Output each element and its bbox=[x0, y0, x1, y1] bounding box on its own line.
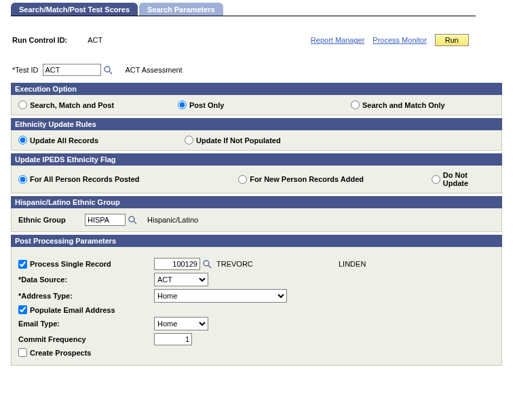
run-control-row: Run Control ID: ACT Report Manager Proce… bbox=[12, 34, 504, 46]
create-prospects-checkbox[interactable] bbox=[18, 348, 27, 357]
ipeds-new-added-radio[interactable] bbox=[238, 175, 247, 184]
exec-search-match-post-label: Search, Match and Post bbox=[30, 101, 114, 109]
lookup-icon[interactable] bbox=[202, 259, 212, 269]
ipeds-body: For All Person Records Posted For New Pe… bbox=[11, 166, 502, 193]
data-source-label: *Data Source: bbox=[18, 275, 154, 284]
ipeds-header: Update IPEDS Ethnicity Flag bbox=[11, 153, 502, 166]
process-monitor-link[interactable]: Process Monitor bbox=[373, 36, 426, 44]
person-first-name: TREVORC bbox=[216, 260, 339, 268]
person-id-input[interactable] bbox=[154, 258, 200, 270]
exec-search-match-only-label: Search and Match Only bbox=[362, 101, 445, 109]
report-manager-link[interactable]: Report Manager bbox=[311, 36, 365, 44]
exec-search-match-post-radio[interactable] bbox=[18, 100, 27, 109]
svg-point-0 bbox=[104, 66, 110, 72]
tab-search-parameters[interactable]: Search Parameters bbox=[139, 3, 223, 16]
process-single-record-label: Process Single Record bbox=[30, 260, 111, 268]
svg-line-1 bbox=[109, 71, 112, 74]
test-id-desc: ACT Assessment bbox=[126, 66, 183, 74]
populate-email-label: Populate Email Address bbox=[30, 306, 115, 314]
ipeds-all-posted-radio[interactable] bbox=[18, 175, 27, 184]
eth-update-if-not-populated-radio[interactable] bbox=[185, 136, 193, 145]
eth-update-all-label: Update All Records bbox=[30, 136, 98, 145]
eth-update-all-radio[interactable] bbox=[18, 136, 27, 145]
run-button[interactable]: Run bbox=[435, 34, 469, 46]
ipeds-new-added-label: For New Person Records Added bbox=[250, 175, 364, 183]
person-last-name: LINDEN bbox=[339, 260, 366, 268]
lookup-icon[interactable] bbox=[127, 214, 138, 225]
ipeds-all-posted-label: For All Person Records Posted bbox=[30, 175, 140, 183]
svg-line-5 bbox=[208, 265, 211, 268]
post-params-header: Post Processing Parameters bbox=[11, 235, 502, 247]
run-control-value: ACT bbox=[88, 36, 102, 44]
ethnic-group-input[interactable] bbox=[85, 214, 126, 226]
ethnic-group-label: Ethnic Group bbox=[18, 216, 85, 224]
tab-bar: Search/Match/Post Test Scores Search Par… bbox=[11, 3, 476, 16]
eth-rules-body: Update All Records Update If Not Populat… bbox=[11, 130, 502, 151]
svg-point-4 bbox=[204, 261, 209, 266]
hisp-body: Ethnic Group Hispanic/Latino bbox=[11, 208, 502, 232]
exec-post-only-label: Post Only bbox=[189, 101, 224, 109]
test-id-label: *Test ID bbox=[12, 66, 39, 74]
ipeds-do-not-update-radio[interactable] bbox=[432, 175, 440, 184]
commit-frequency-label: Commit Frequency bbox=[18, 335, 154, 343]
tab-search-match-post[interactable]: Search/Match/Post Test Scores bbox=[11, 3, 138, 16]
run-control-label: Run Control ID: bbox=[12, 36, 67, 44]
svg-point-2 bbox=[129, 216, 134, 222]
address-type-label: *Address Type: bbox=[18, 292, 154, 300]
test-id-input[interactable] bbox=[43, 64, 101, 76]
post-params-body: Process Single Record TREVORC LINDEN *Da… bbox=[11, 247, 502, 366]
lookup-icon[interactable] bbox=[102, 64, 113, 75]
commit-frequency-input[interactable] bbox=[154, 333, 192, 345]
data-source-select[interactable]: ACT bbox=[154, 273, 208, 286]
eth-update-if-not-populated-label: Update If Not Populated bbox=[196, 136, 281, 145]
exec-option-body: Search, Match and Post Post Only Search … bbox=[11, 95, 502, 115]
eth-rules-header: Ethnicity Update Rules bbox=[11, 118, 502, 130]
email-type-select[interactable]: Home bbox=[154, 317, 208, 330]
hisp-header: Hispanic/Latino Ethnic Group bbox=[11, 196, 502, 208]
exec-option-header: Execution Option bbox=[11, 83, 502, 95]
create-prospects-label: Create Prospects bbox=[30, 349, 92, 357]
test-id-row: *Test ID ACT Assessment bbox=[12, 64, 504, 76]
process-single-record-checkbox[interactable] bbox=[18, 260, 27, 269]
email-type-label: Email Type: bbox=[18, 320, 154, 328]
address-type-select[interactable]: Home bbox=[154, 289, 287, 303]
ipeds-do-not-update-label: Do Not Update bbox=[443, 171, 495, 187]
exec-post-only-radio[interactable] bbox=[178, 100, 187, 109]
populate-email-checkbox[interactable] bbox=[18, 305, 27, 314]
svg-line-3 bbox=[134, 221, 136, 224]
exec-search-match-only-radio[interactable] bbox=[351, 100, 360, 109]
ethnic-group-desc: Hispanic/Latino bbox=[147, 216, 198, 224]
